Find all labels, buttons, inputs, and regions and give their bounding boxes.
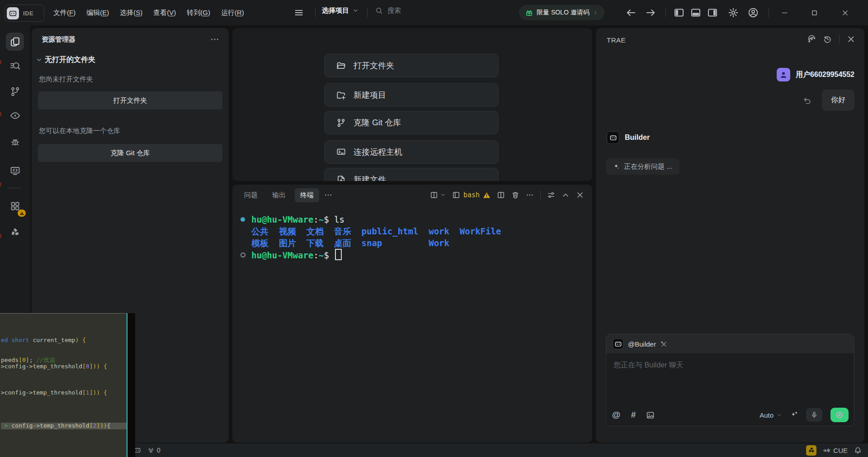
new-project-button[interactable]: 新建项目 — [324, 83, 499, 107]
split-terminal-button[interactable] — [497, 191, 505, 199]
panel-tab-输出[interactable]: 输出 — [267, 188, 291, 202]
app-logo-group[interactable]: IDE — [5, 5, 44, 22]
tabs-more-button[interactable] — [324, 190, 333, 200]
chat-history-button[interactable] — [823, 35, 832, 43]
clone-git-button[interactable]: 克隆 Git 仓库 — [324, 111, 499, 134]
toggle-right-panel-button[interactable] — [707, 7, 718, 18]
edge-mark — [0, 60, 1, 64]
kill-terminal-button[interactable] — [511, 191, 519, 199]
chat-input-header: @Builder — [606, 334, 854, 353]
divider — [367, 8, 368, 17]
window-minimize-button[interactable] — [774, 0, 795, 25]
trae-plugin-badge[interactable] — [806, 445, 816, 456]
menu-item-1[interactable]: 编辑(E) — [81, 6, 114, 20]
toggle-bottom-panel-button[interactable] — [690, 7, 701, 18]
clone-git-sidebar-button[interactable]: 克隆 Git 仓库 — [38, 144, 222, 162]
menu-bar: 文件(F)编辑(E)选择(S)查看(V)转到(G)运行(R) — [48, 0, 250, 25]
debug-icon — [10, 137, 20, 147]
code-line — [1, 403, 127, 409]
solo-invite-label: 限量 SOLO 邀请码 — [537, 9, 590, 17]
menu-item-2[interactable]: 选择(S) — [114, 6, 148, 20]
panel-tab-问题[interactable]: 问题 — [239, 188, 263, 202]
attach-image-button[interactable] — [646, 411, 655, 419]
undo-message-button[interactable] — [803, 96, 812, 105]
knot-icon — [808, 447, 815, 454]
activity-item-explorer[interactable] — [6, 33, 24, 51]
close-panel-button[interactable] — [576, 191, 584, 199]
minimize-icon — [781, 10, 788, 16]
trae-plugin-icon — [10, 227, 20, 238]
folder-plus-icon — [336, 90, 346, 100]
stop-generation-button[interactable] — [830, 408, 849, 422]
explorer-more-button[interactable] — [210, 34, 220, 44]
terminal-instance-bash[interactable]: bash — [452, 191, 491, 199]
stop-icon — [835, 410, 844, 419]
model-mode-select[interactable]: Auto — [760, 411, 782, 419]
explorer-section-header[interactable]: 无打开的文件夹 — [36, 55, 95, 65]
welcome-button-label: 新建项目 — [354, 90, 386, 100]
activity-item-extensions[interactable] — [6, 197, 24, 215]
toggle-left-panel-button[interactable] — [674, 7, 684, 18]
robot-logo-icon — [9, 9, 17, 18]
agent-mention[interactable]: @Builder — [628, 340, 656, 348]
extensions-icon — [10, 201, 20, 211]
user-message-bubble: 你好 — [822, 90, 854, 111]
activity-item-source-control[interactable] — [6, 82, 24, 100]
terminal-line: hu@hu-VMware:~$ — [239, 249, 586, 261]
enhance-prompt-button[interactable] — [790, 411, 798, 419]
window-maximize-button[interactable] — [804, 0, 825, 25]
panel-tab-终端[interactable]: 终端 — [295, 188, 319, 202]
maximize-panel-button[interactable] — [561, 191, 570, 199]
shell-status-bullet — [241, 217, 245, 222]
trae-header-actions — [807, 34, 855, 43]
app-logo — [7, 7, 19, 19]
context-hash-button[interactable]: # — [629, 410, 638, 420]
menu-item-0[interactable]: 文件(F) — [48, 6, 81, 20]
connect-remote-button[interactable]: 连接远程主机 — [324, 140, 499, 164]
account-button[interactable] — [748, 7, 759, 18]
open-folder-sidebar-button[interactable]: 打开文件夹 — [38, 91, 222, 109]
notifications-bell-button[interactable] — [854, 447, 862, 454]
voice-input-button[interactable] — [806, 408, 822, 422]
hamburger-menu-icon[interactable] — [294, 8, 304, 18]
activity-bar-divider — [9, 188, 21, 188]
cue-toggle[interactable]: CUE — [823, 447, 848, 454]
chat-input-toolbar: @ # Auto — [606, 404, 854, 426]
global-search[interactable]: 搜索 — [375, 6, 401, 15]
activity-item-trae-plugin[interactable] — [6, 223, 24, 241]
nav-back-button[interactable] — [626, 7, 637, 18]
chat-input-placeholder[interactable]: 您正在与 Builder 聊天 — [613, 361, 684, 370]
robot-icon — [609, 134, 617, 142]
solo-invite-badge[interactable]: 限量 SOLO 邀请码 — [519, 5, 604, 20]
split-terminal-dropdown[interactable] — [430, 191, 446, 199]
new-file-button[interactable]: 新建文件 — [324, 168, 499, 181]
mention-button[interactable]: @ — [612, 410, 621, 420]
settings-gear-button[interactable] — [728, 7, 739, 18]
terminal-output[interactable]: hu@hu-VMware:~$ ls公共 视频 文档 音乐 public_htm… — [239, 214, 586, 261]
mode-label: Auto — [760, 411, 774, 419]
project-selector[interactable]: 选择项目 — [322, 6, 359, 15]
terminal-more-button[interactable] — [526, 191, 534, 199]
menu-item-5[interactable]: 运行(R) — [216, 6, 250, 20]
terminal-settings-button[interactable] — [547, 191, 555, 199]
window-close-button[interactable] — [835, 0, 855, 25]
divider — [540, 190, 541, 200]
ai-view-icon — [10, 110, 20, 121]
ide-label: IDE — [23, 10, 33, 17]
code-line: ed short current_temp) { — [1, 337, 127, 344]
edge-mark — [0, 182, 1, 186]
menu-item-4[interactable]: 转到(G) — [181, 6, 216, 20]
nav-forward-button[interactable] — [645, 7, 656, 18]
activity-item-remote-explorer[interactable] — [6, 162, 24, 180]
activity-item-ai-view[interactable] — [6, 106, 24, 124]
tools-icon[interactable] — [660, 341, 667, 348]
code-line — [1, 344, 127, 351]
activity-item-search[interactable] — [6, 57, 24, 75]
robot-icon — [614, 340, 622, 348]
menu-item-3[interactable]: 查看(V) — [148, 6, 181, 20]
open-folder-button[interactable]: 打开文件夹 — [324, 54, 499, 77]
broadcast-status[interactable]: 0 — [147, 447, 160, 454]
new-chat-button[interactable] — [807, 35, 816, 43]
close-trae-panel-button[interactable] — [847, 35, 855, 43]
activity-item-debug[interactable] — [6, 133, 24, 151]
